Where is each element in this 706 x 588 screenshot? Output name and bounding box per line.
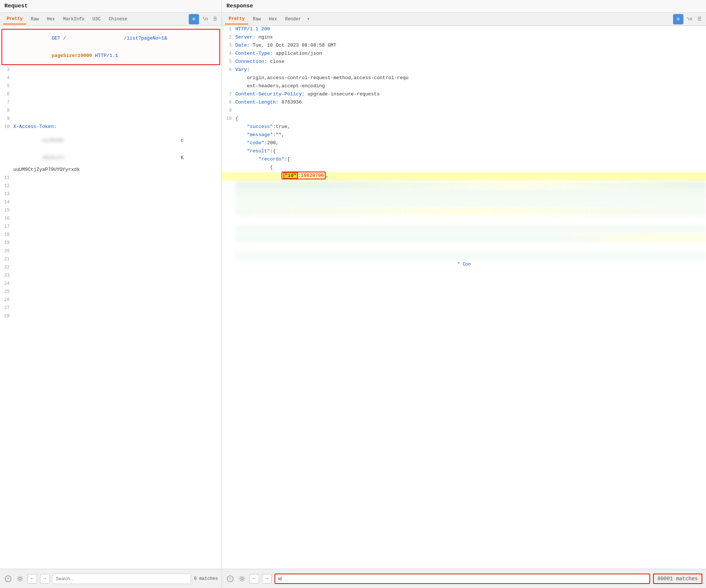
resp-line-b2 <box>222 189 706 198</box>
request-match-count: 0 matches <box>194 576 218 581</box>
ln-10b <box>0 149 13 155</box>
tab-request-markinfo[interactable]: MarkInfo <box>59 14 88 24</box>
svg-text:?: ? <box>7 577 10 581</box>
response-dropdown-icon[interactable]: ▾ <box>306 15 311 23</box>
lc-11 <box>13 175 222 180</box>
resp-line-6: 6 Vary: <box>222 67 706 75</box>
request-tabs-bar: Pretty Raw Hex MarkInfo U3C Chinese ≡ \n… <box>0 13 222 26</box>
request-search-input[interactable] <box>53 574 191 584</box>
resp-lc-j4: "result":{ <box>235 148 706 154</box>
resp-line-b6 <box>222 225 706 234</box>
code-line-10: 10 X-Access-Token: <box>0 124 222 132</box>
lc-4 <box>13 75 222 81</box>
resp-ln-b2 <box>222 190 235 195</box>
ln-6: 6 <box>0 91 13 97</box>
resp-ln-j6 <box>222 165 235 170</box>
ln-24: 24 <box>0 281 13 286</box>
response-continuation: " Con <box>222 260 706 268</box>
code-line-2: pageSize=10000 HTTP/1.1 <box>2 47 219 64</box>
code-line-28: 28 <box>0 313 222 321</box>
resp-line-5: 5 Connection: close <box>222 58 706 67</box>
response-forward-icon: → <box>265 576 268 581</box>
tab-response-render[interactable]: Render <box>281 14 305 24</box>
code-line-20: 20 <box>0 248 222 256</box>
lc-7 <box>13 99 222 105</box>
resp-ln-j5 <box>222 156 235 162</box>
resp-ln-id <box>222 173 235 178</box>
tab-request-pretty[interactable]: Pretty <box>3 14 26 24</box>
resp-line-b3 <box>222 198 706 207</box>
response-ln-btn[interactable]: \n <box>686 15 694 23</box>
code-line-3: 3 <box>0 67 222 75</box>
request-icon-btn[interactable]: ≡ <box>189 14 199 24</box>
resp-line-j3: "code":200, <box>222 140 706 148</box>
left-panel: Request Pretty Raw Hex MarkInfo U3C Chin… <box>0 0 222 588</box>
resp-ln-j3 <box>222 140 235 146</box>
tab-response-raw[interactable]: Raw <box>249 14 265 24</box>
response-title: Response <box>222 0 706 13</box>
resp-line-8: 8 Content-Length: 8763936 <box>222 99 706 107</box>
resp-lc-b2 <box>235 190 706 198</box>
resp-line-id: "id":18820700, <box>222 172 706 180</box>
resp-lc-b1 <box>235 181 706 189</box>
response-icon-btn[interactable]: ≡ <box>673 14 683 24</box>
request-ln-btn[interactable]: \n <box>201 15 209 23</box>
request-forward-btn[interactable]: → <box>40 574 50 584</box>
resp-lc-5: Connection: close <box>235 59 706 64</box>
code-line-13: 13 <box>0 191 222 199</box>
resp-lc-1: HTTP/1.1 200 <box>235 26 706 32</box>
request-back-btn[interactable]: ← <box>27 574 37 584</box>
resp-line-j6: { <box>222 164 706 172</box>
code-line-23: 23 <box>0 272 222 280</box>
tab-request-u3c[interactable]: U3C <box>89 14 104 24</box>
response-menu-btn[interactable]: ☰ <box>696 15 703 23</box>
svg-point-5 <box>241 578 243 580</box>
resp-line-1: 1 HTTP/1.1 200 <box>222 26 706 34</box>
ln-7: 7 <box>0 99 13 105</box>
response-help-icon[interactable]: ? <box>226 574 235 583</box>
code-line-6: 6 <box>0 91 222 99</box>
response-settings-icon[interactable] <box>238 574 246 583</box>
url-list-part: /list?pageNo=1& <box>124 36 167 41</box>
ln-21: 21 <box>0 256 13 262</box>
response-back-btn[interactable]: ← <box>249 574 259 584</box>
resp-lc-2: Server: nginx <box>235 34 706 40</box>
request-menu-btn[interactable]: ☰ <box>212 15 219 23</box>
line-num-1 <box>4 30 17 36</box>
resp-ln-b7 <box>222 234 235 240</box>
response-forward-btn[interactable]: → <box>262 574 272 584</box>
tab-request-hex[interactable]: Hex <box>43 14 59 24</box>
code-line-21: 21 <box>0 256 222 264</box>
resp-ln-b5 <box>222 216 235 222</box>
tab-response-pretty[interactable]: Pretty <box>225 14 248 24</box>
resp-ln-6: 6 <box>222 67 235 72</box>
resp-line-3: 3 Date: Tue, 10 Oct 2023 08:08:58 GMT <box>222 42 706 50</box>
request-settings-icon[interactable] <box>16 574 24 583</box>
id-value: 18820700 <box>301 173 324 178</box>
code-line-5: 5 <box>0 83 222 91</box>
response-search-input[interactable] <box>275 574 650 584</box>
tab-response-hex[interactable]: Hex <box>265 14 281 24</box>
ln-28: 28 <box>0 313 13 319</box>
request-code-area[interactable]: GET / /list?pageNo=1& pageSize=10000 HTT… <box>0 26 222 569</box>
token-blurred-2: 4NjAsIn\ <box>42 155 181 160</box>
lc-10a: eyJ0eXA: c <box>13 132 222 149</box>
code-line-26: 26 <box>0 297 222 305</box>
ln-10c <box>0 167 13 172</box>
tab-request-chinese[interactable]: Chinese <box>105 14 131 24</box>
ln-15: 15 <box>0 207 13 213</box>
svg-point-2 <box>19 578 21 580</box>
code-line-25: 25 <box>0 288 222 297</box>
response-back-icon: ← <box>253 576 256 581</box>
resp-lc-j3: "code":200, <box>235 140 706 146</box>
resp-line-b7 <box>222 234 706 243</box>
resp-lc-10: { <box>235 116 706 121</box>
ln-17: 17 <box>0 224 13 229</box>
tab-request-raw[interactable]: Raw <box>27 14 43 24</box>
request-help-icon[interactable]: ? <box>4 574 13 583</box>
response-tabs-bar: Pretty Raw Hex Render ▾ ≡ \n ☰ <box>222 13 706 26</box>
lc-10c: uuUM9CtjZyaP79UYOYyrxdk <box>13 167 222 172</box>
response-code-area[interactable]: 1 HTTP/1.1 200 2 Server: nginx 3 Date: T… <box>222 26 706 569</box>
resp-lc-j1: "success":true, <box>235 124 706 129</box>
resp-lc-6a: origin,access-control-request-method,acc… <box>235 75 706 81</box>
